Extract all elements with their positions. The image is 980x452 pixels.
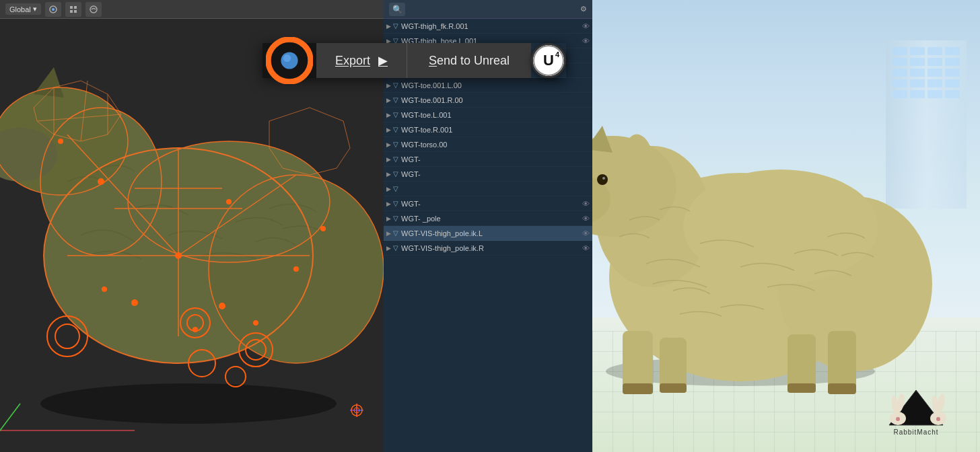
svg-point-21 (98, 178, 104, 185)
transform-icon[interactable] (45, 2, 61, 17)
svg-point-58 (283, 54, 291, 62)
visibility-eye[interactable]: 👁 (582, 229, 590, 237)
visibility-eye[interactable]: 👁 (582, 200, 590, 208)
svg-point-24 (226, 199, 232, 204)
outliner-header: 🔍 ⚙ (384, 0, 592, 19)
export-menu-bar: Export ▶ Send to Unreal U 4 (262, 43, 566, 78)
rhino-model-right (592, 75, 936, 398)
list-item[interactable]: ▶ ▽ WGT- _pole 👁 (384, 211, 592, 226)
svg-point-1 (40, 383, 337, 424)
svg-rect-53 (70, 10, 73, 13)
list-item[interactable]: ▶ ▽ WGT-VIS-thigh_pole.ik.L 👁 (384, 226, 592, 241)
list-item[interactable]: ▶ ▽ WGT-VIS-thigh_pole.ik.R 👁 (384, 241, 592, 256)
list-item[interactable]: ▶ ▽ (384, 182, 592, 196)
svg-point-29 (320, 226, 326, 231)
svg-point-25 (131, 299, 138, 306)
visibility-eye[interactable]: 👁 (582, 37, 590, 45)
list-item[interactable]: ▶ ▽ WGT-toe.001.L.00 (384, 78, 592, 93)
rabbit-logo-svg (876, 385, 956, 428)
rabbit-macht-label: RabbitMacht (893, 428, 938, 436)
visibility-eye[interactable]: 👁 (582, 215, 590, 223)
list-item[interactable]: ▶ ▽ WGT-toe.001.R.00 (384, 93, 592, 108)
svg-rect-78 (623, 383, 653, 394)
list-item[interactable]: ▶ ▽ WGT-toe.R.001 (384, 122, 592, 137)
visibility-eye[interactable]: 👁 (582, 244, 590, 252)
export-button[interactable]: Export ▶ (316, 43, 407, 78)
list-item[interactable]: ▶ ▽ WGT-thigh_fk.R.001 👁 (384, 19, 592, 34)
toolbar-left[interactable]: Global ▾ (0, 0, 384, 19)
svg-point-76 (597, 174, 608, 185)
svg-point-23 (293, 266, 299, 272)
svg-point-20 (175, 252, 182, 259)
svg-rect-71 (623, 331, 653, 391)
svg-point-22 (58, 139, 63, 144)
svg-rect-52 (74, 6, 77, 9)
svg-rect-73 (788, 334, 816, 391)
svg-point-90 (936, 417, 940, 421)
svg-point-55 (90, 6, 97, 13)
svg-point-30 (102, 287, 107, 292)
svg-rect-74 (828, 331, 856, 391)
svg-point-50 (52, 8, 55, 11)
svg-point-77 (602, 177, 605, 180)
svg-text:U: U (543, 52, 554, 69)
unreal-viewport: RabbitMacht (592, 0, 980, 452)
blender-logo (262, 43, 316, 78)
export-label: Export (335, 54, 370, 68)
send-to-unreal-button[interactable]: Send to Unreal (407, 43, 531, 78)
svg-rect-81 (828, 383, 856, 394)
list-item[interactable]: ▶ ▽ WGT- (384, 167, 592, 182)
search-icon[interactable]: 🔍 (389, 3, 405, 16)
filter-icon[interactable]: ⚙ (580, 5, 587, 13)
list-item[interactable]: ▶ ▽ WGT-toe.L.001 (384, 108, 592, 122)
unreal-engine-logo: U 4 (531, 43, 566, 78)
export-arrow-icon: ▶ (378, 53, 388, 68)
svg-point-70 (683, 170, 878, 284)
proportional-icon[interactable] (85, 2, 102, 17)
mode-dropdown[interactable]: Global ▾ (5, 3, 41, 15)
svg-point-26 (219, 303, 225, 309)
rabbit-macht-logo: RabbitMacht (872, 385, 960, 439)
svg-rect-54 (74, 10, 77, 13)
list-item[interactable]: ▶ ▽ WGT- (384, 152, 592, 167)
send-to-unreal-label: Send to Unreal (429, 54, 510, 68)
svg-rect-79 (660, 383, 687, 393)
dropdown-arrow: ▾ (33, 5, 37, 13)
list-item[interactable]: ▶ ▽ WGT- 👁 (384, 196, 592, 211)
svg-point-86 (896, 417, 900, 421)
svg-text:4: 4 (555, 50, 560, 59)
visibility-eye[interactable]: 👁 (582, 22, 590, 30)
svg-rect-51 (70, 6, 73, 9)
svg-point-28 (253, 320, 258, 326)
list-item[interactable]: ▶ ▽ WGT-torso.00 (384, 137, 592, 152)
svg-rect-80 (788, 383, 816, 393)
snap-icon[interactable] (65, 2, 81, 17)
mode-label: Global (9, 5, 31, 13)
